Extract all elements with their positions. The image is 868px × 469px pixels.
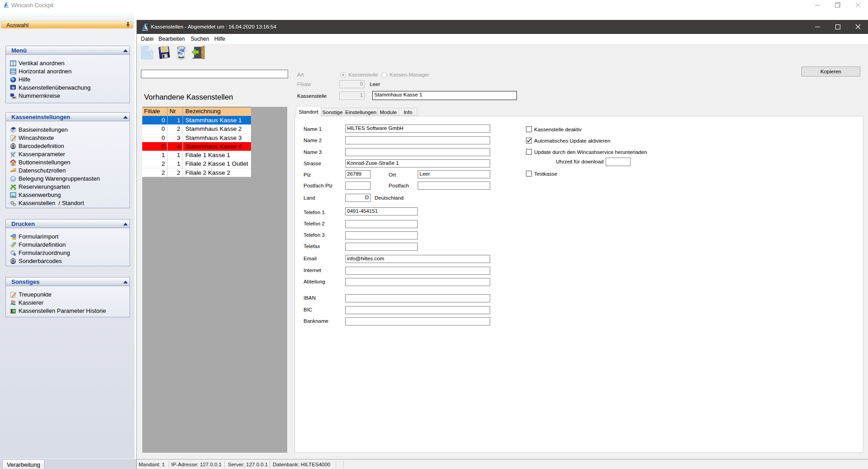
svg-text:?: ? — [12, 77, 14, 82]
